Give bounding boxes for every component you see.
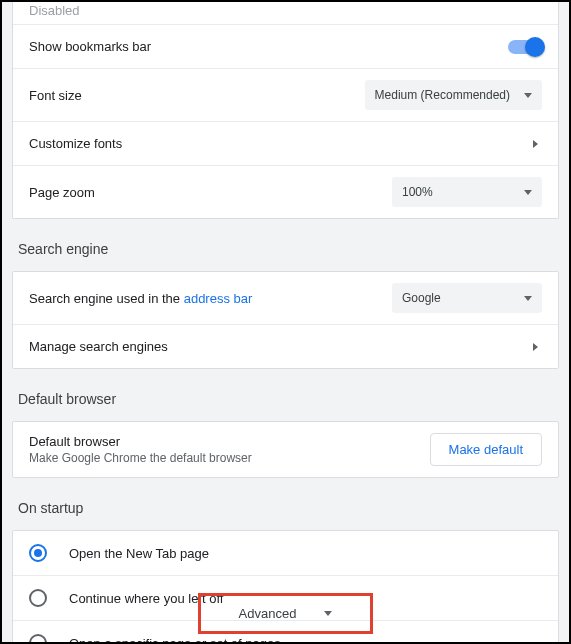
default-browser-card: Default browser Make Google Chrome the d… bbox=[12, 421, 559, 478]
search-engine-used-row: Search engine used in the address bar Go… bbox=[13, 272, 558, 324]
customize-fonts-row[interactable]: Customize fonts bbox=[13, 121, 558, 165]
search-engine-title: Search engine bbox=[18, 241, 559, 257]
search-engine-used-label: Search engine used in the address bar bbox=[29, 291, 252, 306]
default-browser-row: Default browser Make Google Chrome the d… bbox=[13, 422, 558, 477]
chevron-right-icon bbox=[533, 343, 538, 351]
on-startup-title: On startup bbox=[18, 500, 559, 516]
manage-search-engines-label: Manage search engines bbox=[29, 339, 168, 354]
font-size-value: Medium (Recommended) bbox=[375, 88, 510, 102]
advanced-bar: Advanced bbox=[2, 593, 569, 634]
address-bar-link[interactable]: address bar bbox=[184, 291, 253, 306]
show-bookmarks-label: Show bookmarks bar bbox=[29, 39, 151, 54]
search-engine-select[interactable]: Google bbox=[392, 283, 542, 313]
chevron-down-icon bbox=[524, 190, 532, 195]
font-size-select[interactable]: Medium (Recommended) bbox=[365, 80, 542, 110]
make-default-button[interactable]: Make default bbox=[430, 433, 542, 466]
default-browser-text: Default browser Make Google Chrome the d… bbox=[29, 434, 252, 465]
disabled-row: Disabled bbox=[13, 0, 558, 24]
manage-search-engines-row[interactable]: Manage search engines bbox=[13, 324, 558, 368]
search-engine-card: Search engine used in the address bar Go… bbox=[12, 271, 559, 369]
default-browser-title: Default browser bbox=[18, 391, 559, 407]
appearance-card: Disabled Show bookmarks bar Font size Me… bbox=[12, 0, 559, 219]
chevron-down-icon bbox=[524, 296, 532, 301]
chevron-down-icon bbox=[324, 611, 332, 616]
advanced-label: Advanced bbox=[239, 606, 297, 621]
disabled-label: Disabled bbox=[29, 3, 80, 18]
show-bookmarks-row[interactable]: Show bookmarks bar bbox=[13, 24, 558, 68]
page-zoom-label: Page zoom bbox=[29, 185, 95, 200]
search-engine-value: Google bbox=[402, 291, 441, 305]
radio-icon[interactable] bbox=[29, 634, 47, 644]
page-zoom-select[interactable]: 100% bbox=[392, 177, 542, 207]
font-size-row: Font size Medium (Recommended) bbox=[13, 68, 558, 121]
startup-specific-label: Open a specific page or set of pages bbox=[69, 636, 281, 645]
startup-option-newtab[interactable]: Open the New Tab page bbox=[13, 531, 558, 575]
default-browser-row-title: Default browser bbox=[29, 434, 252, 449]
startup-newtab-label: Open the New Tab page bbox=[69, 546, 209, 561]
chevron-down-icon bbox=[524, 93, 532, 98]
page-zoom-row: Page zoom 100% bbox=[13, 165, 558, 218]
customize-fonts-label: Customize fonts bbox=[29, 136, 122, 151]
show-bookmarks-toggle[interactable] bbox=[508, 40, 542, 54]
advanced-button[interactable]: Advanced bbox=[198, 593, 374, 634]
default-browser-row-subtitle: Make Google Chrome the default browser bbox=[29, 451, 252, 465]
page-zoom-value: 100% bbox=[402, 185, 433, 199]
radio-selected-icon[interactable] bbox=[29, 544, 47, 562]
chevron-right-icon bbox=[533, 140, 538, 148]
font-size-label: Font size bbox=[29, 88, 82, 103]
